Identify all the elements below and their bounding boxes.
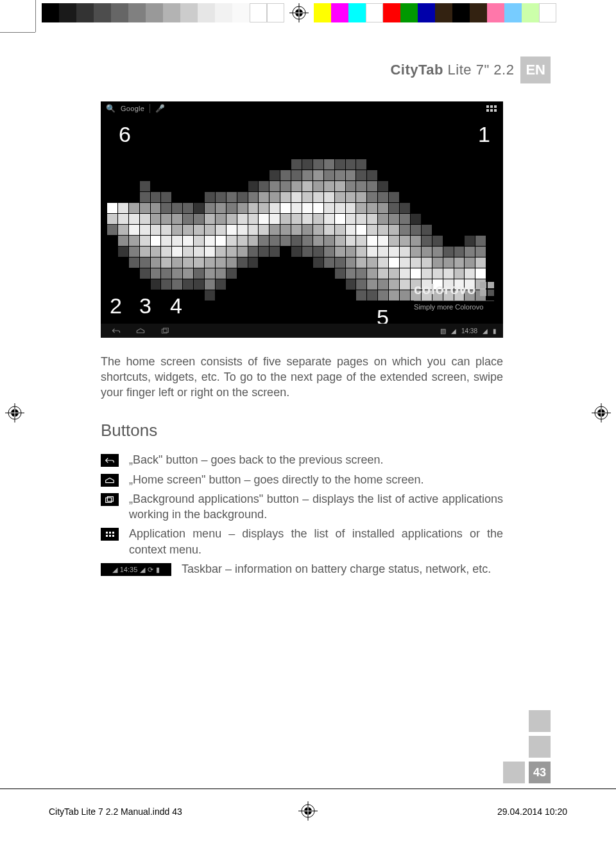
print-color-bar	[35, 3, 556, 22]
gray-swatches	[42, 3, 284, 22]
back-button-desc: „Back" button – goes back to the previou…	[129, 452, 503, 467]
mic-icon: 🎤	[155, 104, 165, 113]
product-name: CityTab Lite 7" 2.2	[390, 62, 514, 78]
recent-apps-desc: „Background applications" button – displ…	[129, 491, 503, 523]
crop-line	[0, 788, 616, 789]
svg-rect-18	[162, 329, 167, 333]
tablet-screenshot: 🔍 Google 🎤 6 1 2 3 4 5 colorovo Simply m…	[101, 101, 503, 338]
buttons-list: „Back" button – goes back to the previou…	[101, 452, 503, 577]
svg-rect-19	[164, 328, 169, 332]
back-icon	[111, 327, 121, 335]
indd-filename: CityTab Lite 7 2.2 Manual.indd 43	[49, 806, 182, 817]
decor-square	[529, 736, 551, 758]
wallpaper-wave	[107, 159, 486, 301]
svg-rect-20	[106, 498, 112, 502]
wifi-icon: ◢	[112, 566, 117, 574]
search-brand: Google	[121, 105, 144, 112]
crop-line-horizontal	[0, 32, 35, 33]
signal-icon: ◢	[140, 566, 145, 574]
home-icon	[135, 327, 146, 335]
taskbar-desc: Taskbar – information on battery charge …	[182, 561, 503, 577]
separator	[150, 104, 150, 113]
registration-target-right	[592, 403, 611, 422]
battery-icon: ▮	[156, 566, 160, 574]
clock-status: 14:38	[461, 327, 477, 335]
page-content: The home screen consists of five separat…	[101, 354, 503, 577]
gallery-icon: ▧	[440, 327, 446, 335]
page-number-blocks: 43	[503, 710, 551, 783]
callout-6: 6	[119, 122, 131, 147]
page-number: 43	[529, 762, 551, 783]
taskbar-clock: 14:35	[120, 566, 138, 573]
signal-icon: ◢	[483, 327, 488, 335]
svg-rect-21	[107, 496, 113, 501]
taskbar-sample-icon: ◢ 14:35 ◢ ⟳ ▮	[101, 563, 171, 576]
app-menu-icon	[101, 528, 119, 541]
app-menu-desc: Application menu – displays the list of …	[129, 526, 503, 557]
back-button-icon	[101, 454, 119, 467]
brand-word: colorovo	[414, 281, 476, 298]
registration-target-bottom	[298, 801, 318, 823]
search-icon: 🔍	[106, 104, 116, 113]
recent-apps-icon	[101, 493, 119, 506]
battery-icon: ▮	[493, 327, 497, 335]
callout-1: 1	[478, 122, 490, 147]
home-button-icon	[101, 474, 119, 487]
list-item-taskbar: ◢ 14:35 ◢ ⟳ ▮ Taskbar – information on b…	[101, 561, 503, 577]
tablet-navbar: ▧ ◢ 14:38 ◢ ▮	[101, 324, 503, 338]
brand-tagline: Simply more Colorovo	[414, 301, 494, 311]
registration-target-icon	[289, 3, 309, 22]
recent-icon	[160, 327, 170, 335]
list-item-apps: Application menu – displays the list of …	[101, 526, 503, 557]
apps-grid-icon	[486, 105, 497, 112]
product-name-light: Lite 7" 2.2	[448, 62, 515, 78]
page-header: CityTab Lite 7" 2.2 EN	[390, 57, 551, 83]
registration-target-left	[5, 403, 24, 422]
decor-square	[503, 762, 525, 783]
decor-square	[529, 710, 551, 732]
color-swatches	[314, 3, 556, 22]
indd-datetime: 29.04.2014 10:20	[497, 806, 567, 817]
list-item-recent: „Background applications" button – displ…	[101, 491, 503, 523]
list-item-home: „Home screen" button – goes directly to …	[101, 472, 503, 487]
home-button-desc: „Home screen" button – goes directly to …	[129, 472, 503, 487]
brand-block: colorovo Simply more Colorovo	[414, 281, 494, 311]
wifi-icon: ◢	[451, 327, 456, 335]
buttons-heading: Buttons	[101, 421, 503, 440]
intro-paragraph: The home screen consists of five separat…	[101, 354, 503, 400]
language-badge: EN	[520, 57, 551, 83]
brand-logo-icon	[480, 282, 494, 296]
product-name-bold: CityTab	[390, 62, 443, 78]
tablet-status-bar: 🔍 Google 🎤	[101, 101, 503, 116]
indesign-slug: CityTab Lite 7 2.2 Manual.indd 43 29.04.…	[0, 788, 616, 845]
sync-icon: ⟳	[148, 566, 153, 574]
list-item-back: „Back" button – goes back to the previou…	[101, 452, 503, 467]
